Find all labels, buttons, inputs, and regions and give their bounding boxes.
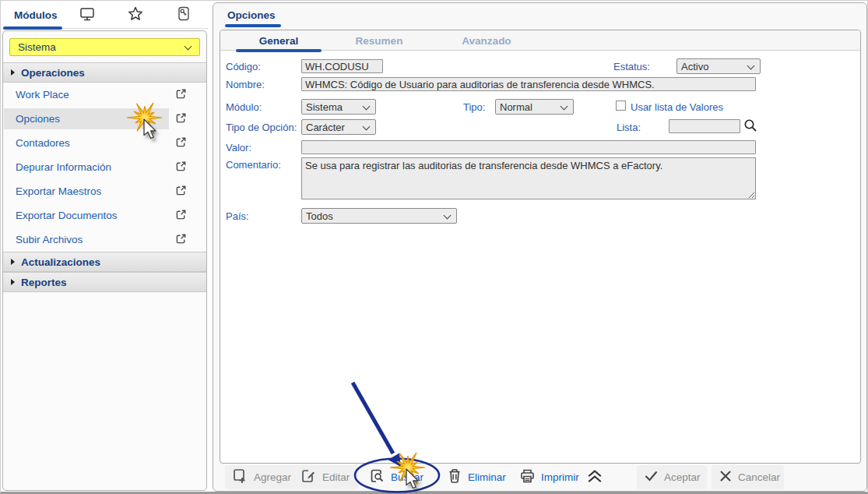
section-label: Operaciones [21, 67, 85, 79]
agregar-button[interactable]: Agregar [225, 465, 300, 489]
nav-label: Depurar Información [16, 161, 111, 173]
chevron-down-icon [561, 103, 568, 111]
tab-modulos-underline [3, 26, 62, 30]
imprimir-label: Imprimir [541, 471, 579, 483]
tab-label: General [259, 35, 298, 47]
collapse-toolbar-button[interactable] [582, 465, 607, 489]
tab-general[interactable]: General [234, 30, 323, 51]
codigo-label: Código: [226, 61, 261, 72]
comentario-textarea[interactable]: Se usa para registrar las auditorias de … [301, 157, 756, 199]
triangle-right-icon [11, 259, 15, 265]
module-dropdown-value: Sistema [18, 41, 56, 53]
close-icon [719, 469, 733, 485]
imprimir-button[interactable]: Imprimir [512, 465, 589, 489]
codigo-input[interactable] [301, 59, 383, 73]
main-panel: Opciones General Resumen Avanzado Código… [213, 2, 867, 492]
module-dropdown[interactable]: Sistema [9, 38, 200, 56]
cancelar-button[interactable]: Cancelar [712, 465, 784, 489]
form-tabstrip: General Resumen Avanzado [220, 30, 860, 51]
double-chevron-up-icon [585, 468, 604, 487]
chevron-down-icon [363, 103, 371, 111]
tab-avanzado[interactable]: Avanzado [442, 30, 531, 51]
tab-key[interactable] [160, 2, 208, 28]
valor-label: Valor: [226, 142, 251, 153]
nav-label: Exportar Maestros [16, 185, 101, 197]
triangle-right-icon [11, 279, 15, 285]
usar-lista-checkbox[interactable] [616, 101, 626, 111]
usar-lista-label: Usar lista de Valores [631, 101, 723, 113]
external-link-icon[interactable] [174, 136, 188, 151]
pais-label: País: [226, 210, 249, 222]
search-square-icon [369, 468, 385, 487]
eliminar-button[interactable]: Eliminar [440, 465, 515, 489]
comentario-label: Comentario: [226, 159, 281, 171]
chevron-down-icon [184, 43, 192, 51]
sidebar-section-actualizaciones[interactable]: Actualizaciones [3, 252, 206, 272]
pais-value: Todos [306, 210, 333, 222]
external-link-icon[interactable] [174, 87, 188, 103]
printer-icon [519, 468, 536, 487]
external-link-icon[interactable] [174, 160, 188, 175]
external-link-icon[interactable] [174, 111, 188, 127]
pais-select[interactable]: Todos [301, 208, 457, 224]
modulo-label: Módulo: [226, 101, 262, 113]
tab-label: Resumen [356, 35, 403, 47]
lista-input[interactable] [669, 119, 740, 133]
nav-label: Subir Archivos [16, 234, 83, 245]
monitor-icon [79, 6, 96, 25]
tab-modulos-label: Módulos [14, 9, 58, 21]
eliminar-label: Eliminar [468, 471, 506, 483]
app-window: Módulos Sistema Operaciones [0, 0, 868, 494]
tipo-opcion-label: Tipo de Opción: [226, 122, 297, 133]
sidebar-item-contadores[interactable]: Contadores [3, 131, 206, 155]
nombre-input[interactable] [301, 77, 756, 91]
estatus-value: Activo [681, 61, 708, 72]
options-form: General Resumen Avanzado Código: Estatus… [220, 30, 861, 464]
tab-label: Avanzado [462, 35, 511, 47]
sidebar-section-reportes[interactable]: Reportes [3, 272, 206, 292]
lista-label: Lista: [617, 122, 641, 133]
buscar-button[interactable]: Buscar [362, 465, 433, 489]
editar-button[interactable]: Editar [293, 465, 359, 489]
trash-icon [447, 468, 462, 487]
external-link-icon[interactable] [174, 232, 188, 248]
nombre-label: Nombre: [226, 79, 265, 90]
star-icon [127, 5, 144, 25]
sidebar-item-exportar-maestros[interactable]: Exportar Maestros [3, 179, 206, 203]
lista-search-icon[interactable] [743, 118, 758, 136]
sidebar-item-exportar-documentos[interactable]: Exportar Documentos [3, 203, 206, 228]
section-label: Reportes [21, 277, 67, 288]
nav-label: Opciones [16, 113, 60, 125]
modulo-select[interactable]: Sistema [301, 99, 376, 115]
tab-monitor[interactable] [63, 2, 111, 28]
tab-resumen[interactable]: Resumen [335, 30, 423, 51]
external-link-icon[interactable] [174, 208, 188, 224]
panel-tab-opciones[interactable]: Opciones [227, 9, 276, 21]
sidebar-item-depurar-informacion[interactable]: Depurar Información [3, 155, 206, 179]
tab-favorites[interactable] [111, 2, 160, 28]
sidebar-section-operaciones[interactable]: Operaciones [3, 62, 206, 83]
estatus-label: Estatus: [613, 61, 650, 72]
form-area: Código: Estatus: Activo Nombre: Módulo: … [220, 51, 860, 463]
tipo-opcion-value: Carácter [306, 122, 345, 133]
sidebar-item-opciones[interactable]: Opciones [3, 107, 206, 131]
agregar-label: Agregar [254, 471, 291, 483]
buscar-label: Buscar [391, 471, 423, 483]
sidebar-item-work-place[interactable]: Work Place [3, 83, 206, 107]
check-icon [644, 469, 659, 485]
estatus-select[interactable]: Activo [676, 58, 761, 74]
key-icon [177, 5, 191, 25]
external-link-icon[interactable] [174, 184, 188, 199]
modulo-value: Sistema [306, 101, 343, 113]
chevron-down-icon [747, 62, 755, 70]
nav-label: Exportar Documentos [16, 210, 118, 221]
tipo-select[interactable]: Normal [495, 99, 574, 115]
tipo-opcion-select[interactable]: Carácter [301, 119, 376, 135]
section-label: Actualizaciones [21, 256, 100, 268]
sidebar-item-subir-archivos[interactable]: Subir Archivos [3, 228, 206, 252]
tab-modulos[interactable]: Módulos [2, 2, 63, 28]
add-square-icon [232, 468, 248, 487]
valor-input[interactable] [301, 140, 756, 154]
editar-label: Editar [322, 471, 350, 483]
aceptar-button[interactable]: Aceptar [637, 465, 707, 489]
